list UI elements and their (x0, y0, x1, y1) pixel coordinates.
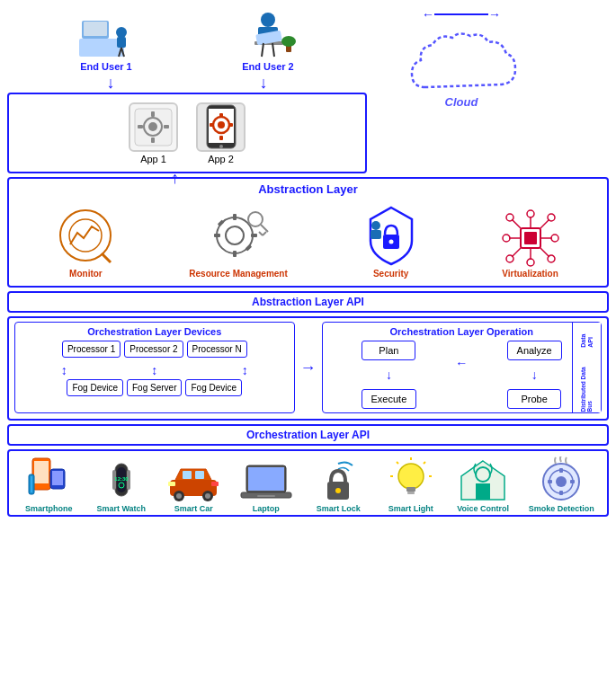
end-user-2-label: End User 2 (242, 61, 293, 72)
svg-point-95 (398, 464, 424, 489)
svg-rect-49 (370, 230, 381, 239)
fog-device-2: Fog Device (185, 379, 242, 396)
iot-smoke-detection: Smoke Detection (529, 455, 594, 513)
end-user-2: End User 2 (237, 7, 299, 72)
svg-point-24 (219, 145, 223, 148)
svg-point-12 (281, 36, 296, 47)
cloud-section: ← → Cloud (367, 7, 547, 118)
iot-layer: Smartphone 12:30 Smart Watch (7, 449, 609, 517)
app-1: App 1 (129, 102, 178, 164)
orch-devices-title: Orchestration Layer Devices (19, 326, 290, 337)
svg-line-58 (512, 248, 521, 257)
svg-rect-112 (570, 480, 575, 483)
plan-execute-col: Plan ↓ Execute (326, 341, 452, 409)
svg-point-26 (218, 121, 225, 128)
svg-line-13 (262, 43, 263, 57)
svg-point-3 (116, 27, 127, 38)
plan-box: Plan (362, 341, 415, 360)
end-user-1-label: End User 1 (80, 61, 131, 72)
virtualization-icon (495, 201, 567, 269)
orchestration-layer: Orchestration Layer Devices Processor 1 … (7, 316, 609, 421)
diagram-container: End User 1 (0, 0, 616, 700)
svg-rect-37 (233, 251, 237, 257)
orchestration-operation: Orchestration Layer Operation Plan ↓ Exe… (322, 322, 603, 413)
svg-text:12:30: 12:30 (115, 476, 129, 482)
svg-point-35 (226, 226, 244, 244)
orch-operation-title: Orchestration Layer Operation (326, 326, 598, 337)
app-1-icon (129, 102, 178, 152)
abstraction-security: Security (355, 201, 427, 279)
iot-laptop: Laptop (239, 455, 293, 513)
svg-line-33 (102, 253, 111, 262)
svg-rect-4 (117, 37, 126, 48)
app-2-label: App 2 (208, 154, 234, 164)
analyze-probe-arrow: ↓ (531, 368, 538, 382)
smoke-detection-label: Smoke Detection (529, 504, 594, 513)
smart-car-label: Smart Car (174, 504, 213, 513)
left-arrow-to-cloud: ← (422, 7, 434, 22)
svg-point-48 (371, 221, 380, 230)
svg-point-42 (248, 212, 263, 226)
svg-point-61 (527, 259, 534, 266)
svg-rect-110 (559, 491, 563, 495)
data-api-distributed-bar: Data API Distributed Data Bus (572, 323, 601, 412)
orchestration-inner: Orchestration Layer Devices Processor 1 … (14, 322, 602, 413)
fog-device-1: Fog Device (67, 379, 123, 396)
cloud-connector-line (434, 13, 488, 15)
plan-execute-arrow: ↓ (386, 368, 392, 382)
processor-1: Processor 1 (62, 341, 121, 358)
end-users-apps: End User 1 (7, 7, 367, 173)
svg-rect-2 (84, 22, 107, 36)
svg-rect-71 (31, 476, 32, 492)
fog-row: Fog Device Fog Server Fog Device (19, 379, 290, 396)
orch-center-arrow: → (300, 322, 317, 413)
security-icon (355, 201, 427, 269)
monitor-label: Monitor (69, 269, 103, 279)
svg-point-84 (176, 493, 182, 499)
orch-right-arrow: → (300, 359, 317, 377)
svg-point-47 (388, 239, 393, 244)
voice-control-label: Voice Control (457, 504, 509, 513)
svg-rect-36 (233, 214, 237, 220)
arrows-to-apps: ↓ ↓ (7, 74, 367, 93)
app-layer-box: App 1 (7, 93, 367, 173)
resource-management-label: Resource Management (189, 269, 287, 279)
data-api-label: Data API (580, 323, 594, 348)
svg-rect-96 (406, 487, 415, 492)
fog-server: Fog Server (127, 379, 182, 396)
end-user-2-figure (237, 7, 299, 61)
smartphone-label: Smartphone (25, 504, 73, 513)
svg-rect-88 (211, 482, 219, 486)
abstraction-monitor: Monitor (49, 201, 121, 279)
laptop-icon (239, 455, 293, 504)
smart-car-icon (166, 455, 220, 504)
cloud-shape (403, 29, 520, 92)
abstraction-virtualization: Virtualization (495, 201, 567, 279)
smart-light-label: Smart Light (388, 504, 433, 513)
svg-rect-109 (559, 468, 563, 473)
svg-line-101 (397, 462, 398, 464)
svg-point-63 (551, 235, 558, 242)
app-1-label: App 1 (140, 154, 166, 164)
svg-line-57 (540, 219, 549, 228)
analyze-box: Analyze (507, 341, 562, 360)
right-arrow-from-cloud: → (488, 7, 501, 22)
svg-line-59 (540, 248, 549, 257)
svg-point-86 (205, 493, 210, 499)
svg-rect-18 (151, 111, 155, 117)
iot-items-row: Smartphone 12:30 Smart Watch (13, 455, 603, 513)
svg-point-7 (261, 13, 275, 27)
svg-rect-104 (476, 483, 490, 500)
distributed-data-bus-label: Distributed Data Bus (580, 356, 593, 412)
iot-smart-light: Smart Light (384, 455, 438, 513)
svg-line-45 (259, 232, 263, 235)
smart-lock-icon (311, 455, 365, 504)
svg-rect-19 (151, 137, 155, 143)
security-label: Security (373, 269, 408, 279)
execute-box: Execute (362, 389, 417, 409)
orch-op-inner: Plan ↓ Execute ← Analyze ↓ Probe (326, 341, 598, 409)
svg-point-62 (503, 235, 510, 242)
svg-point-108 (556, 476, 567, 487)
svg-line-99 (424, 462, 425, 464)
svg-point-67 (548, 255, 555, 262)
